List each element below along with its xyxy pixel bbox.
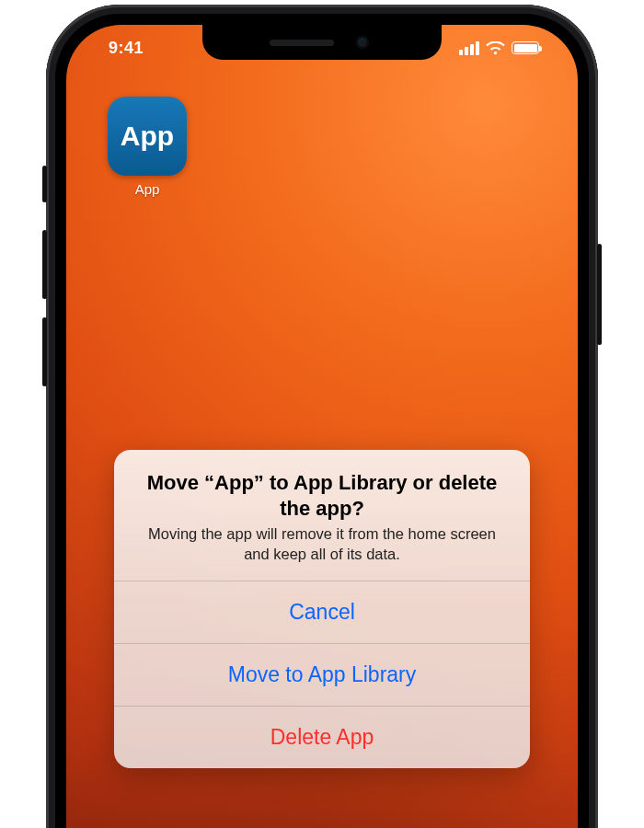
app-icon-text: App: [121, 121, 174, 152]
action-sheet-title: Move “App” to App Library or delete the …: [138, 470, 506, 521]
volume-up-button: [42, 230, 47, 299]
battery-icon: [512, 41, 539, 54]
volume-down-button: [42, 317, 47, 386]
screen: 9:41 App App Move “App” to App Library o…: [66, 25, 578, 828]
delete-app-button[interactable]: Delete App: [114, 707, 530, 768]
cellular-signal-icon: [459, 41, 479, 55]
status-time: 9:41: [109, 39, 144, 58]
move-to-app-library-button[interactable]: Move to App Library: [114, 644, 530, 706]
power-button: [597, 244, 602, 345]
mute-switch: [42, 166, 47, 202]
action-sheet-description: Moving the app will remove it from the h…: [138, 524, 506, 564]
action-sheet: Move “App” to App Library or delete the …: [114, 450, 530, 768]
app-icon[interactable]: App: [108, 97, 187, 176]
app-label: App: [101, 181, 193, 197]
phone-frame: 9:41 App App Move “App” to App Library o…: [46, 5, 598, 828]
wifi-icon: [486, 41, 505, 55]
status-bar: 9:41: [66, 25, 578, 71]
cancel-button[interactable]: Cancel: [114, 581, 530, 643]
action-sheet-header: Move “App” to App Library or delete the …: [114, 450, 530, 581]
home-app[interactable]: App App: [101, 97, 193, 197]
